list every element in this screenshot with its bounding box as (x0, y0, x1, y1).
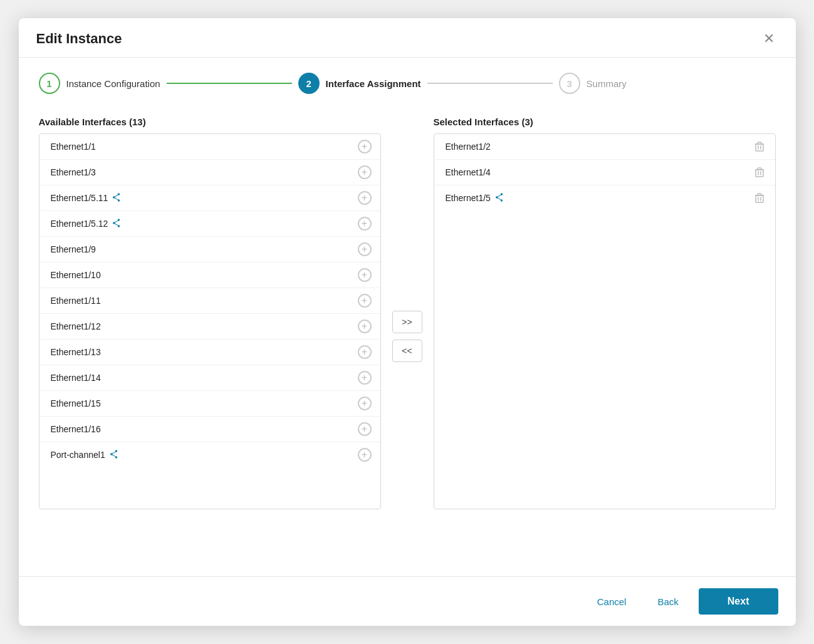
interface-name: Ethernet1/5.12 (51, 219, 108, 229)
interface-name: Ethernet1/4 (446, 167, 491, 177)
remove-all-icon: << (402, 346, 412, 356)
interface-name: Port-channel1 (51, 450, 105, 460)
add-interface-button[interactable]: + (358, 345, 372, 359)
add-interface-button[interactable]: + (358, 242, 372, 256)
share-icon (112, 219, 121, 229)
step-2-label: Interface Assignment (326, 78, 421, 89)
modal-header: Edit Instance ✕ (19, 18, 796, 58)
transfer-buttons: >> << (381, 311, 434, 362)
interface-name: Ethernet1/3 (51, 167, 96, 177)
svg-line-21 (498, 197, 501, 199)
remove-interface-button[interactable] (753, 191, 766, 205)
available-panel: Available Interfaces (13) Ethernet1/1+Et… (39, 117, 381, 509)
add-all-icon: >> (402, 317, 412, 327)
list-item: Ethernet1/3+ (39, 160, 380, 185)
interface-name: Ethernet1/5.11 (51, 193, 108, 203)
step-1-circle: 1 (39, 73, 60, 94)
stepper: 1 Instance Configuration 2 Interface Ass… (19, 58, 796, 104)
list-item: Port-channel1+ (39, 442, 380, 467)
add-interface-button[interactable]: + (358, 371, 372, 385)
modal-title: Edit Instance (36, 31, 122, 47)
interface-name: Ethernet1/11 (51, 296, 101, 306)
modal-footer: Cancel Back Next (19, 576, 796, 626)
available-panel-title: Available Interfaces (13) (39, 117, 381, 127)
add-interface-button[interactable]: + (358, 165, 372, 179)
interface-name: Ethernet1/12 (51, 321, 101, 331)
svg-rect-22 (756, 195, 763, 202)
interface-row: Available Interfaces (13) Ethernet1/1+Et… (39, 117, 776, 561)
interface-name: Ethernet1/2 (446, 142, 491, 152)
list-item: Ethernet1/13+ (39, 340, 380, 365)
list-item: Ethernet1/5.11+ (39, 185, 380, 211)
svg-rect-15 (756, 144, 763, 151)
interface-name: Ethernet1/14 (51, 373, 101, 383)
interface-name: Ethernet1/9 (51, 244, 96, 254)
interface-name: Ethernet1/16 (51, 424, 101, 434)
step-3-label: Summary (587, 78, 627, 89)
close-button[interactable]: ✕ (759, 31, 778, 47)
remove-interface-button[interactable] (753, 140, 766, 153)
svg-line-9 (115, 223, 118, 225)
svg-line-8 (115, 221, 118, 222)
add-interface-button[interactable]: + (358, 191, 372, 205)
svg-line-20 (498, 195, 501, 197)
close-icon: ✕ (763, 31, 775, 46)
share-icon (112, 193, 121, 204)
add-interface-button[interactable]: + (358, 448, 372, 462)
share-icon (495, 193, 504, 204)
svg-line-3 (115, 195, 118, 197)
interface-name: Ethernet1/15 (51, 398, 101, 408)
list-item: Ethernet1/5.12+ (39, 211, 380, 237)
interface-name: Ethernet1/1 (51, 142, 96, 152)
step-3-circle: 3 (559, 73, 580, 94)
back-button[interactable]: Back (646, 590, 689, 613)
step-2: 2 Interface Assignment (298, 73, 421, 94)
step-3: 3 Summary (559, 73, 627, 94)
add-interface-button[interactable]: + (358, 422, 372, 436)
add-interface-button[interactable]: + (358, 397, 372, 410)
list-item: Ethernet1/15+ (39, 391, 380, 417)
add-interface-button[interactable]: + (358, 268, 372, 282)
list-item: Ethernet1/10+ (39, 262, 380, 288)
step-1: 1 Instance Configuration (39, 73, 160, 94)
add-interface-button[interactable]: + (358, 140, 372, 153)
list-item: Ethernet1/4 (434, 160, 775, 185)
list-item: Ethernet1/9+ (39, 237, 380, 262)
step-connector-1 (167, 83, 292, 84)
step-1-label: Instance Configuration (66, 78, 160, 89)
list-item: Ethernet1/1+ (39, 134, 380, 160)
list-item: Ethernet1/5 (434, 185, 775, 210)
svg-line-13 (112, 452, 116, 454)
add-interface-button[interactable]: + (358, 319, 372, 333)
add-all-button[interactable]: >> (392, 311, 422, 333)
interface-name: Ethernet1/13 (51, 347, 101, 357)
remove-interface-button[interactable] (753, 165, 766, 179)
cancel-button[interactable]: Cancel (586, 590, 638, 613)
add-interface-button[interactable]: + (358, 217, 372, 231)
list-item: Ethernet1/16+ (39, 417, 380, 442)
svg-line-4 (115, 197, 118, 199)
available-list: Ethernet1/1+Ethernet1/3+Ethernet1/5.11+E… (39, 133, 381, 509)
share-icon (110, 450, 118, 460)
interface-name: Ethernet1/10 (51, 270, 101, 280)
add-interface-button[interactable]: + (358, 294, 372, 308)
selected-list: Ethernet1/2Ethernet1/4Ethernet1/5 (434, 133, 776, 509)
list-item: Ethernet1/14+ (39, 365, 380, 391)
interface-name: Ethernet1/5 (446, 193, 491, 203)
step-connector-2 (427, 83, 553, 84)
selected-panel-title: Selected Interfaces (3) (434, 117, 776, 127)
list-item: Ethernet1/2 (434, 134, 775, 160)
modal-body: Available Interfaces (13) Ethernet1/1+Et… (19, 104, 796, 576)
selected-panel: Selected Interfaces (3) Ethernet1/2Ether… (434, 117, 776, 509)
edit-instance-modal: Edit Instance ✕ 1 Instance Configuration… (19, 18, 796, 626)
svg-line-14 (112, 454, 116, 456)
list-item: Ethernet1/12+ (39, 314, 380, 340)
list-item: Ethernet1/11+ (39, 288, 380, 314)
next-button[interactable]: Next (699, 588, 778, 615)
svg-rect-16 (756, 170, 763, 177)
step-2-circle: 2 (298, 73, 320, 94)
remove-all-button[interactable]: << (392, 340, 422, 362)
